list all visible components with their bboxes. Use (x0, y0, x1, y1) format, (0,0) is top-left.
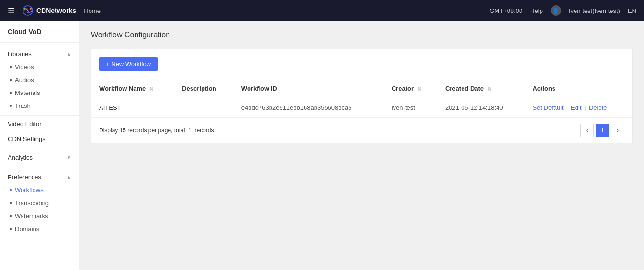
libraries-label: Libraries (8, 50, 32, 58)
cell-description (174, 98, 234, 117)
workflow-card: + New Workflow Workflow Name ⇅ Descripti… (91, 49, 633, 143)
svg-point-2 (30, 8, 32, 10)
table-body: AITEST e4ddd763b2e911ebb168ab355608bca5 … (91, 98, 632, 117)
workflow-table: Workflow Name ⇅ Description Workflow ID … (91, 79, 632, 117)
col-workflow-name: Workflow Name ⇅ (91, 79, 174, 98)
sidebar-item-cdn-settings[interactable]: CDN Settings (0, 131, 79, 146)
watermarks-dot-icon (10, 215, 12, 217)
home-link[interactable]: Home (84, 7, 101, 14)
sidebar-section-libraries-header[interactable]: Libraries ▲ (0, 47, 79, 60)
col-creator: Creator ⇅ (384, 79, 438, 98)
domains-label: Domains (15, 225, 39, 233)
cell-created-date: 2021-05-12 14:18:40 (438, 98, 525, 117)
main-content: Workflow Configuration + New Workflow Wo… (79, 21, 644, 270)
table-row: AITEST e4ddd763b2e911ebb168ab355608bca5 … (91, 98, 632, 117)
analytics-chevron-icon: ▼ (67, 155, 71, 160)
pagination-page-1-button[interactable]: 1 (596, 124, 609, 137)
new-workflow-button[interactable]: + New Workflow (99, 57, 158, 71)
table-header: Workflow Name ⇅ Description Workflow ID … (91, 79, 632, 98)
user-avatar-icon[interactable]: 👤 (551, 5, 561, 16)
creator-sort-icon[interactable]: ⇅ (418, 86, 421, 92)
sidebar-item-trash[interactable]: Trash (0, 99, 79, 112)
sidebar: Cloud VoD Libraries ▲ Videos Audios Mate… (0, 21, 79, 270)
records-info: Display 15 records per page, total 1 rec… (99, 127, 214, 134)
sidebar-item-domains[interactable]: Domains (0, 223, 79, 235)
col-workflow-id: Workflow ID (234, 79, 384, 98)
watermarks-label: Watermarks (15, 212, 48, 220)
transcoding-label: Transcoding (15, 200, 49, 207)
sidebar-item-transcoding[interactable]: Transcoding (0, 197, 79, 210)
logo: CDNetworks (22, 5, 76, 16)
created-date-sort-icon[interactable]: ⇅ (487, 86, 491, 92)
videos-dot-icon (10, 66, 12, 68)
pagination-next-button[interactable]: › (611, 124, 624, 137)
total-count: 1 (188, 127, 192, 134)
edit-link[interactable]: Edit (571, 104, 581, 111)
trash-label: Trash (15, 102, 31, 109)
sidebar-item-watermarks[interactable]: Watermarks (0, 210, 79, 223)
help-link[interactable]: Help (530, 7, 543, 14)
videos-label: Videos (15, 63, 34, 70)
video-editor-label: Video Editor (8, 120, 42, 128)
cdnetworks-logo-icon (22, 5, 34, 16)
sidebar-section-preferences: Preferences ▲ Workflows Transcoding Wate… (0, 166, 79, 237)
materials-dot-icon (10, 92, 12, 94)
action-sep-2: | (585, 104, 586, 111)
sidebar-item-materials[interactable]: Materials (0, 86, 79, 99)
cdn-settings-label: CDN Settings (8, 135, 45, 142)
records-text: Display 15 records per page, total (99, 127, 185, 134)
user-name-label: Iven test(Iven test) (569, 7, 620, 14)
audios-dot-icon (10, 79, 12, 81)
materials-label: Materials (15, 89, 40, 96)
main-layout: Cloud VoD Libraries ▲ Videos Audios Mate… (0, 21, 644, 270)
topnav-right: GMT+08:00 Help 👤 Iven test(Iven test) EN (489, 5, 636, 16)
svg-point-3 (27, 12, 29, 13)
sidebar-section-analytics: Analytics ▼ (0, 146, 79, 166)
lang-selector[interactable]: EN (628, 7, 636, 14)
records-label: records (194, 127, 214, 134)
col-description: Description (174, 79, 234, 98)
preferences-chevron-icon: ▲ (67, 175, 71, 180)
sidebar-brand: Cloud VoD (0, 21, 79, 43)
cell-actions: Set Default | Edit | Delete (525, 98, 632, 117)
cell-workflow-name: AITEST (91, 98, 174, 117)
sidebar-section-analytics-header[interactable]: Analytics ▼ (0, 151, 79, 164)
cell-workflow-id: e4ddd763b2e911ebb168ab355608bca5 (234, 98, 384, 117)
col-actions: Actions (525, 79, 632, 98)
table-footer: Display 15 records per page, total 1 rec… (91, 117, 632, 143)
set-default-link[interactable]: Set Default (532, 104, 563, 111)
workflow-name-sort-icon[interactable]: ⇅ (149, 86, 153, 92)
page-title: Workflow Configuration (91, 31, 633, 39)
actions-cell: Set Default | Edit | Delete (532, 104, 624, 111)
audios-label: Audios (15, 76, 34, 83)
sidebar-item-workflows[interactable]: Workflows (0, 184, 79, 197)
sidebar-item-videos[interactable]: Videos (0, 60, 79, 73)
domains-dot-icon (10, 228, 12, 230)
col-created-date: Created Date ⇅ (438, 79, 525, 98)
pagination: ‹ 1 › (580, 124, 624, 137)
pagination-prev-button[interactable]: ‹ (580, 124, 594, 137)
sidebar-item-audios[interactable]: Audios (0, 73, 79, 86)
delete-link[interactable]: Delete (589, 104, 607, 111)
workflows-label: Workflows (15, 187, 44, 194)
sidebar-section-libraries: Libraries ▲ Videos Audios Materials Tras… (0, 43, 79, 114)
divider-1 (0, 115, 79, 116)
workflows-dot-icon (10, 189, 12, 191)
libraries-chevron-icon: ▲ (67, 51, 71, 57)
timezone-label: GMT+08:00 (489, 7, 522, 14)
cell-creator: iven-test (384, 98, 438, 117)
action-sep-1: | (566, 104, 568, 111)
analytics-label: Analytics (8, 154, 33, 161)
sidebar-section-preferences-header[interactable]: Preferences ▲ (0, 171, 79, 184)
sidebar-item-video-editor[interactable]: Video Editor (0, 117, 79, 131)
transcoding-dot-icon (10, 202, 12, 204)
card-toolbar: + New Workflow (91, 49, 632, 79)
logo-text: CDNetworks (36, 7, 76, 14)
trash-dot-icon (10, 105, 12, 107)
topnav: ☰ CDNetworks Home GMT+08:00 Help 👤 Iven … (0, 0, 644, 21)
hamburger-menu-icon[interactable]: ☰ (8, 6, 14, 15)
svg-point-1 (24, 8, 26, 10)
preferences-label: Preferences (8, 174, 41, 181)
